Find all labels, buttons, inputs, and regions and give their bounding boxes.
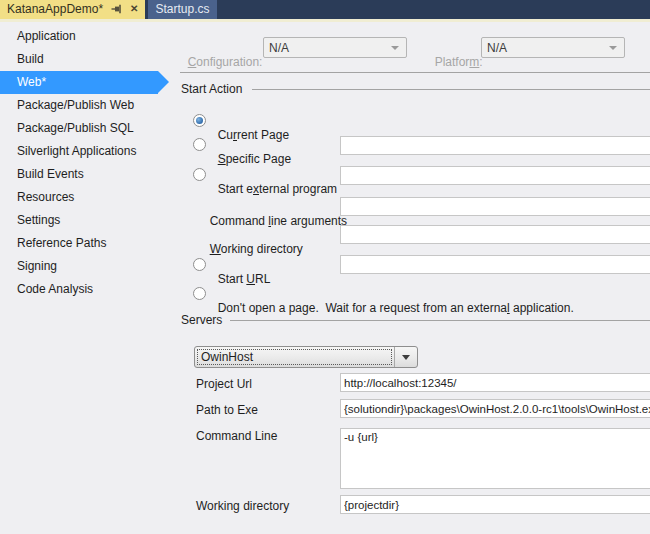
tab-startup-cs[interactable]: Startup.cs xyxy=(148,0,216,19)
specific-page-label: Specific Page xyxy=(211,138,291,166)
server-working-directory-label: Working directory xyxy=(196,499,289,513)
project-url-label: Project Url xyxy=(196,377,252,391)
servers-section-rule xyxy=(230,320,650,321)
tab-title: KatanaAppDemo* xyxy=(7,0,103,19)
servers-section-title: Servers xyxy=(181,313,222,327)
server-select-dropdown-button[interactable] xyxy=(394,347,417,367)
tab-katanaappdemo[interactable]: KatanaAppDemo* ✕ xyxy=(0,0,145,19)
working-directory-input[interactable] xyxy=(340,225,650,244)
sidebar-item-silverlight-applications[interactable]: Silverlight Applications xyxy=(0,140,158,163)
configuration-label: Configuration: xyxy=(181,41,262,69)
chevron-down-icon xyxy=(402,355,410,360)
sidebar-item-package-publish-sql[interactable]: Package/Publish SQL xyxy=(0,117,158,140)
start-action-section-rule xyxy=(252,89,650,90)
property-page-sidebar: Application Build Web* Package/Publish W… xyxy=(0,25,172,301)
command-line-arguments-label: Command line arguments xyxy=(203,200,347,228)
sidebar-item-reference-paths[interactable]: Reference Paths xyxy=(0,232,158,255)
command-line-input[interactable]: -u {url} xyxy=(340,428,650,489)
path-to-exe-input[interactable] xyxy=(340,399,650,418)
server-working-directory-input[interactable] xyxy=(340,495,650,514)
sidebar-item-resources[interactable]: Resources xyxy=(0,186,158,209)
platform-select: N/A xyxy=(481,37,625,58)
platform-value: N/A xyxy=(487,41,507,55)
config-separator xyxy=(180,72,650,73)
start-external-program-label: Start external program xyxy=(211,168,337,196)
configuration-select: N/A xyxy=(263,37,407,58)
sidebar-item-build-events[interactable]: Build Events xyxy=(0,163,158,186)
sidebar-item-build[interactable]: Build xyxy=(0,48,158,71)
close-icon[interactable]: ✕ xyxy=(130,3,138,15)
start-external-program-radio[interactable] xyxy=(193,168,206,181)
configuration-value: N/A xyxy=(269,41,289,55)
sidebar-item-signing[interactable]: Signing xyxy=(0,255,158,278)
start-external-program-input[interactable] xyxy=(340,166,650,185)
current-page-radio[interactable] xyxy=(193,114,206,127)
start-action-section-title: Start Action xyxy=(181,82,242,96)
specific-page-radio[interactable] xyxy=(193,138,206,151)
dont-open-page-label: Don't open a page. Wait for a request fr… xyxy=(211,287,574,315)
command-line-label: Command Line xyxy=(196,429,277,443)
platform-label: Platform: xyxy=(428,41,483,69)
path-to-exe-label: Path to Exe xyxy=(196,403,258,417)
project-url-input[interactable] xyxy=(340,373,650,392)
sidebar-item-package-publish-web[interactable]: Package/Publish Web xyxy=(0,94,158,117)
specific-page-input[interactable] xyxy=(340,136,650,155)
server-select[interactable]: OwinHost xyxy=(194,346,418,368)
server-select-value: OwinHost xyxy=(197,349,392,365)
dont-open-page-radio[interactable] xyxy=(193,287,206,300)
command-line-arguments-input[interactable] xyxy=(340,197,650,216)
pin-icon[interactable] xyxy=(111,3,123,15)
working-directory-label: Working directory xyxy=(203,228,303,256)
chevron-down-icon xyxy=(609,46,617,50)
sidebar-item-settings[interactable]: Settings xyxy=(0,209,158,232)
sidebar-item-web[interactable]: Web* xyxy=(0,71,158,94)
document-tab-bar: KatanaAppDemo* ✕ Startup.cs xyxy=(0,0,650,22)
tab-title: Startup.cs xyxy=(155,0,209,19)
sidebar-item-application[interactable]: Application xyxy=(0,25,158,48)
start-url-input[interactable] xyxy=(340,255,650,274)
chevron-down-icon xyxy=(391,46,399,50)
start-url-label: Start URL xyxy=(211,258,270,286)
sidebar-item-code-analysis[interactable]: Code Analysis xyxy=(0,278,158,301)
start-url-radio[interactable] xyxy=(193,258,206,271)
